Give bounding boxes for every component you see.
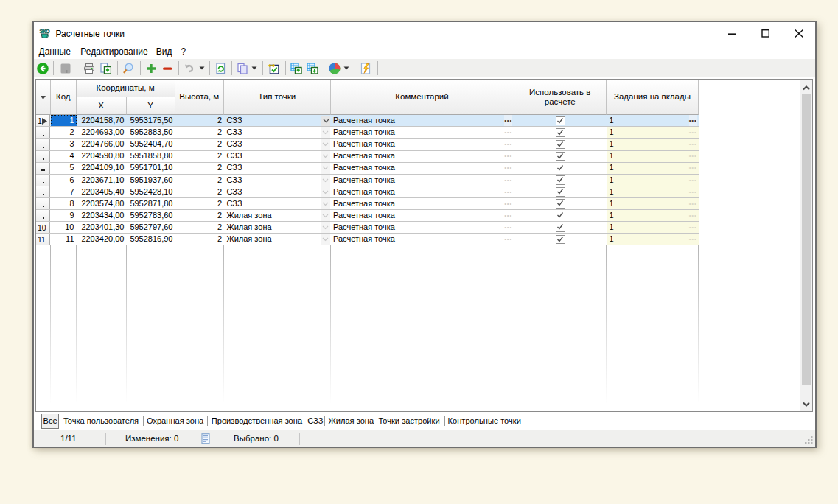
svg-text:ЭКО: ЭКО [39, 28, 49, 35]
